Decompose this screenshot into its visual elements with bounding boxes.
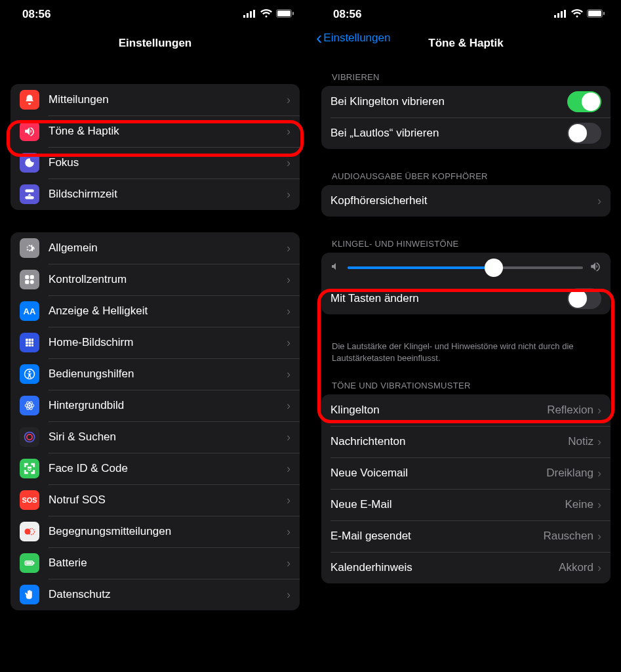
nav-back-button[interactable]: ‹ Einstellungen bbox=[316, 29, 390, 47]
row-label: Siri & Suchen bbox=[49, 430, 287, 444]
row-vibrate-on-silent[interactable]: Bei „Lautlos“ vibrieren bbox=[321, 117, 611, 149]
svg-rect-15 bbox=[29, 342, 31, 345]
settings-row-screentime[interactable]: Bildschirmzeit › bbox=[10, 178, 300, 210]
settings-row-notifications[interactable]: Mitteilungen › bbox=[10, 84, 300, 116]
chevron-right-icon: › bbox=[597, 498, 601, 512]
settings-row-focus[interactable]: Fokus › bbox=[10, 147, 300, 178]
siri-icon bbox=[20, 427, 39, 447]
section-header-vibrate: VIBRIEREN bbox=[321, 72, 611, 86]
row-volume-slider[interactable] bbox=[321, 253, 611, 283]
svg-rect-39 bbox=[603, 12, 605, 15]
row-label: Allgemein bbox=[49, 242, 287, 255]
settings-group-2: Allgemein › Kontrollzentrum › AA Anzeige… bbox=[10, 232, 300, 610]
chevron-right-icon: › bbox=[287, 273, 290, 287]
row-label: Neue E-Mail bbox=[331, 498, 565, 511]
row-label: Begegnungsmitteilungen bbox=[49, 525, 287, 538]
row-label: Batterie bbox=[49, 556, 287, 570]
svg-rect-32 bbox=[26, 562, 32, 564]
sos-icon: SOS bbox=[20, 490, 39, 510]
chevron-right-icon: › bbox=[287, 588, 290, 602]
toggle-vibrate-on-ring[interactable] bbox=[567, 91, 601, 112]
chevron-right-icon: › bbox=[597, 561, 601, 575]
settings-row-controlcenter[interactable]: Kontrollzentrum › bbox=[10, 264, 300, 295]
status-icons bbox=[554, 8, 605, 21]
wifi-icon bbox=[260, 8, 272, 21]
settings-row-sos[interactable]: SOS Notruf SOS › bbox=[10, 484, 300, 516]
settings-row-homescreen[interactable]: Home-Bildschirm › bbox=[10, 327, 300, 358]
privacy-icon bbox=[20, 585, 39, 604]
general-icon bbox=[20, 238, 39, 258]
svg-rect-10 bbox=[30, 280, 34, 284]
row-new-mail[interactable]: Neue E-Mail Keine › bbox=[321, 489, 611, 520]
row-value: Notiz bbox=[568, 435, 593, 448]
svg-rect-38 bbox=[588, 10, 601, 16]
row-label: Notruf SOS bbox=[49, 494, 287, 507]
settings-row-sounds[interactable]: Töne & Haptik › bbox=[10, 116, 300, 147]
page-title: Einstellungen bbox=[0, 37, 310, 50]
svg-rect-6 bbox=[292, 12, 294, 15]
screentime-icon bbox=[20, 184, 39, 204]
chevron-right-icon: › bbox=[287, 125, 290, 138]
settings-row-battery[interactable]: Batterie › bbox=[10, 547, 300, 579]
row-label: Bei Klingelton vibrieren bbox=[331, 95, 567, 108]
row-label: Töne & Haptik bbox=[49, 125, 287, 138]
chevron-right-icon: › bbox=[287, 156, 290, 170]
svg-rect-31 bbox=[33, 562, 35, 564]
row-change-with-buttons[interactable]: Mit Tasten ändern bbox=[321, 283, 611, 314]
row-label: Kopfhörersicherheit bbox=[331, 194, 597, 207]
toggle-vibrate-on-silent[interactable] bbox=[567, 123, 601, 144]
row-label: Home-Bildschirm bbox=[49, 336, 287, 349]
wifi-icon bbox=[571, 8, 583, 21]
chevron-right-icon: › bbox=[597, 194, 601, 208]
row-calendar-alert[interactable]: Kalenderhinweis Akkord › bbox=[321, 552, 611, 583]
ringer-group: Mit Tasten ändern bbox=[321, 253, 611, 314]
settings-row-exposure[interactable]: Begegnungsmitteilungen › bbox=[10, 516, 300, 547]
nav-bar: Einstellungen bbox=[0, 29, 310, 58]
status-icons bbox=[243, 8, 294, 21]
chevron-right-icon: › bbox=[287, 462, 290, 476]
row-value: Dreiklang bbox=[546, 467, 593, 480]
settings-group-1: Mitteilungen › Töne & Haptik › Fokus › B… bbox=[10, 84, 300, 210]
settings-row-siri[interactable]: Siri & Suchen › bbox=[10, 421, 300, 453]
row-label: Nachrichtenton bbox=[331, 435, 568, 448]
row-label: Anzeige & Helligkeit bbox=[49, 304, 287, 318]
row-label: Face ID & Code bbox=[49, 462, 287, 475]
faceid-icon bbox=[20, 459, 39, 478]
svg-rect-9 bbox=[25, 280, 29, 284]
chevron-right-icon: › bbox=[287, 556, 290, 570]
chevron-right-icon: › bbox=[597, 530, 601, 543]
settings-row-privacy[interactable]: Datenschutz › bbox=[10, 579, 300, 610]
row-value: Keine bbox=[565, 498, 593, 511]
svg-rect-19 bbox=[31, 345, 33, 346]
svg-rect-18 bbox=[29, 345, 31, 346]
row-vibrate-on-ring[interactable]: Bei Klingelton vibrieren bbox=[321, 86, 611, 117]
svg-rect-36 bbox=[564, 10, 566, 18]
chevron-right-icon: › bbox=[287, 494, 290, 507]
chevron-right-icon: › bbox=[597, 404, 601, 417]
battery-icon bbox=[276, 8, 294, 21]
homescreen-icon bbox=[20, 333, 39, 352]
row-label: Bedienungshilfen bbox=[49, 368, 287, 381]
settings-row-general[interactable]: Allgemein › bbox=[10, 232, 300, 264]
row-voicemail[interactable]: Neue Voicemail Dreiklang › bbox=[321, 457, 611, 489]
row-headphone-safety[interactable]: Kopfhörersicherheit › bbox=[321, 185, 611, 217]
volume-slider[interactable] bbox=[348, 266, 583, 269]
svg-rect-13 bbox=[31, 339, 33, 341]
exposure-icon bbox=[20, 522, 39, 541]
row-label: E-Mail gesendet bbox=[331, 530, 543, 543]
settings-row-display[interactable]: AA Anzeige & Helligkeit › bbox=[10, 295, 300, 327]
settings-row-wallpaper[interactable]: Hintergrundbild › bbox=[10, 390, 300, 421]
settings-row-accessibility[interactable]: Bedienungshilfen › bbox=[10, 358, 300, 390]
svg-rect-2 bbox=[250, 11, 252, 18]
signal-icon bbox=[243, 8, 256, 21]
row-text-tone[interactable]: Nachrichtenton Notiz › bbox=[321, 426, 611, 457]
svg-rect-34 bbox=[557, 13, 559, 18]
svg-rect-16 bbox=[31, 342, 33, 345]
row-label: Bildschirmzeit bbox=[49, 188, 287, 201]
toggle-change-with-buttons[interactable] bbox=[567, 288, 601, 309]
status-time: 08:56 bbox=[333, 8, 361, 21]
row-sent-mail[interactable]: E-Mail gesendet Rauschen › bbox=[321, 520, 611, 552]
row-ringtone[interactable]: Klingelton Reflexion › bbox=[321, 394, 611, 426]
settings-row-faceid[interactable]: Face ID & Code › bbox=[10, 453, 300, 484]
row-label: Neue Voicemail bbox=[331, 467, 546, 480]
